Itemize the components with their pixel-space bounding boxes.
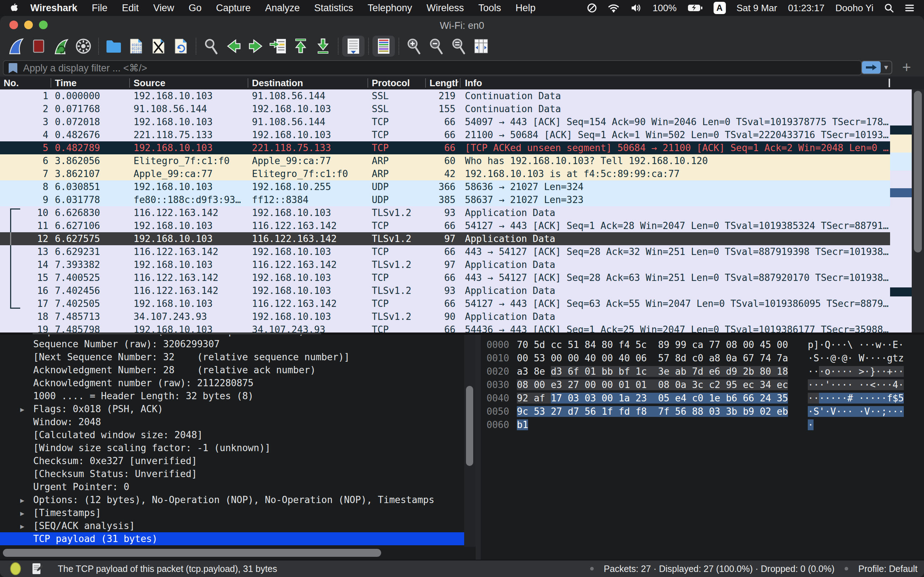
battery-icon[interactable] [688,4,703,12]
search-icon[interactable] [884,3,894,13]
menu-tools[interactable]: Tools [478,3,501,14]
column-header-no[interactable]: No. [3,76,47,89]
detail-line[interactable]: Acknowledgment Number: 28 (relative ack … [0,364,464,377]
packet-row-19[interactable]: 197.485798192.168.10.10334.107.243.93TCP… [0,323,890,332]
hex-dump-pane[interactable]: 000070 5d cc 51 84 80 f4 5c 89 99 ca 77 … [481,335,924,560]
column-header-info[interactable]: Info [465,76,609,89]
expert-info-icon[interactable] [10,562,21,575]
hex-row-0030[interactable]: 003008 00 e3 27 00 00 01 01 08 0a 3c c2 … [481,378,924,392]
zoom-out-button[interactable] [425,36,447,56]
packet-row-18[interactable]: 187.48571334.107.243.93192.168.10.103TLS… [0,310,890,323]
detail-hscrollbar[interactable] [0,548,464,558]
detail-line[interactable]: [Window size scaling factor: -1 (unknown… [0,442,464,455]
menu-analyze[interactable]: Analyze [265,3,300,14]
menu-go[interactable]: Go [188,3,201,14]
capture-comment-icon[interactable] [32,562,43,575]
column-separator[interactable] [367,78,368,88]
stop-capture-button[interactable] [27,36,50,56]
column-separator[interactable] [460,78,460,88]
menu-telephony[interactable]: Telephony [368,3,412,14]
status-profile[interactable]: Profile: Default [858,564,918,574]
detail-line[interactable]: ▶[Timestamps] [0,506,464,519]
packet-row-6[interactable]: 63.862056Elitegro_7f:c1:f0Apple_99:ca:77… [0,154,890,167]
expand-arrow-icon[interactable]: ▶ [20,494,24,507]
column-header-length[interactable]: Length [430,76,459,89]
menu-view[interactable]: View [153,3,174,14]
column-header-destination[interactable]: Destination [252,76,360,89]
detail-line[interactable]: Acknowledgment number (raw): 2112280875 [0,377,464,390]
menu-capture[interactable]: Capture [216,3,250,14]
hex-row-0020[interactable]: 0020a3 8e d3 6f 01 bb bf 1c 3e ab 7d e6 … [481,365,924,378]
detail-line[interactable]: Sequence Number: 1 (relative sequence nu… [0,335,464,338]
zoom-in-button[interactable] [403,36,425,56]
go-back-button[interactable] [222,36,245,56]
detail-line-selected[interactable]: TCP payload (31 bytes) [0,532,464,545]
apply-filter-button[interactable] [862,61,881,74]
resize-columns-button[interactable] [470,36,492,56]
hex-row-0050[interactable]: 00509c 53 27 d7 56 1f fd f8 7f 56 88 03 … [481,405,924,418]
column-header-time[interactable]: Time [55,76,127,89]
packet-list-minimap[interactable] [890,89,912,332]
detail-line[interactable]: [Calculated window size: 2048] [0,429,464,442]
column-separator[interactable] [129,78,130,88]
detail-line[interactable]: ▶Flags: 0x018 (PSH, ACK) [0,403,464,416]
colorize-button[interactable] [373,36,395,56]
packet-row-7[interactable]: 73.862107Apple_99:ca:77Elitegro_7f:c1:f0… [0,167,890,180]
menu-file[interactable]: File [92,3,108,14]
packet-row-15[interactable]: 157.400525116.122.163.142192.168.10.103T… [0,271,890,284]
capture-options-button[interactable] [72,36,95,56]
pane-splitter-vertical[interactable] [476,335,481,560]
wifi-icon[interactable] [608,3,619,13]
expand-arrow-icon[interactable]: ▶ [20,403,24,416]
start-capture-button[interactable] [5,36,27,56]
go-first-button[interactable] [289,36,312,56]
reload-file-button[interactable] [170,36,192,56]
close-file-button[interactable] [147,36,170,56]
detail-line[interactable]: 1000 .... = Header Length: 32 bytes (8) [0,390,464,403]
filter-dropdown-chevron-icon[interactable]: ▼ [881,61,892,74]
detail-line[interactable]: Window: 2048 [0,416,464,429]
detail-line[interactable]: Urgent Pointer: 0 [0,480,464,493]
detail-line[interactable]: [Checksum Status: Unverified] [0,467,464,480]
packet-row-14[interactable]: 147.393382192.168.10.103116.122.163.142T… [0,258,890,271]
add-filter-button[interactable]: + [902,59,911,76]
hex-row-0060[interactable]: 0060b1· [481,418,924,432]
column-separator[interactable] [50,78,51,88]
display-filter-input[interactable]: Apply a display filter ... <⌘/> [3,60,862,76]
packet-row-12[interactable]: 126.627575192.168.10.103116.122.163.142T… [0,232,890,245]
detail-line[interactable]: [Next Sequence Number: 32 (relative sequ… [0,351,464,364]
detail-hscrollbar-thumb[interactable] [3,549,381,557]
hex-row-0000[interactable]: 000070 5d cc 51 84 80 f4 5c 89 99 ca 77 … [481,338,924,351]
zoom-reset-button[interactable] [447,36,470,56]
detail-line[interactable]: Checksum: 0xe327 [unverified] [0,455,464,467]
packet-row-9[interactable]: 96.031778fe80::188c:d9f3:93…ff12::8384UD… [0,193,890,206]
packet-row-4[interactable]: 40.482676221.118.75.133192.168.10.103TCP… [0,128,890,141]
go-last-button[interactable] [312,36,334,56]
packet-row-10[interactable]: 106.626830116.122.163.142192.168.10.103T… [0,206,890,219]
packet-row-1[interactable]: 10.000000192.168.10.10391.108.56.144SSL2… [0,89,890,102]
column-header-protocol[interactable]: Protocol [372,76,426,89]
menu-wireless[interactable]: Wireless [426,3,464,14]
packet-row-3[interactable]: 30.072018192.168.10.10391.108.56.144TCP6… [0,115,890,128]
hex-row-0010[interactable]: 001000 53 00 00 40 00 40 06 57 8d c0 a8 … [481,351,924,365]
column-header-source[interactable]: Source [134,76,242,89]
packet-row-16[interactable]: 167.402456116.122.163.142192.168.10.103T… [0,284,890,297]
go-forward-button[interactable] [245,36,267,56]
column-separator[interactable] [247,78,248,88]
open-file-button[interactable] [102,36,125,56]
save-file-button[interactable]: 010100110101110 [125,36,147,56]
packet-list[interactable]: 10.000000192.168.10.10391.108.56.144SSL2… [0,89,924,332]
go-to-packet-button[interactable] [267,36,289,56]
menu-edit[interactable]: Edit [122,3,139,14]
packet-row-13[interactable]: 136.629231116.122.163.142192.168.10.103T… [0,245,890,258]
filter-bookmark-icon[interactable] [7,62,19,76]
detail-line[interactable]: ▶[SEQ/ACK analysis] [0,519,464,532]
restart-capture-button[interactable] [50,36,72,56]
packet-list-scrollbar-thumb[interactable] [914,91,922,253]
menu-help[interactable]: Help [515,3,536,14]
input-source-icon[interactable]: A [714,2,726,14]
packet-row-5[interactable]: 50.482789192.168.10.103221.118.75.133TCP… [0,141,890,154]
auto-scroll-button[interactable] [342,36,365,56]
hex-row-0040[interactable]: 004092 af 17 03 03 00 1a 23 05 e4 c0 1e … [481,392,924,405]
menu-list-icon[interactable] [905,3,914,12]
